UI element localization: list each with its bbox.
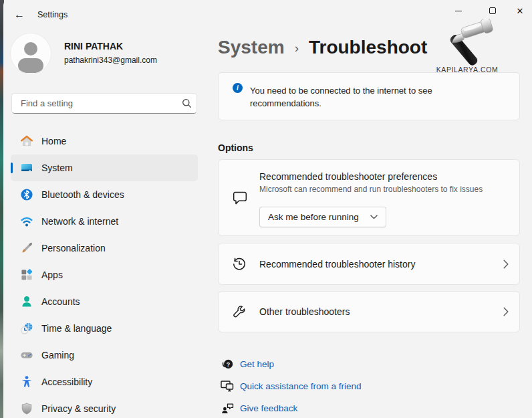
sidebar-item-gaming[interactable]: Gaming	[11, 342, 198, 369]
chat-bubble-icon	[232, 191, 248, 209]
personalization-icon	[20, 241, 33, 255]
breadcrumb-system[interactable]: System	[218, 37, 285, 58]
window-title: Settings	[37, 10, 68, 19]
hammer-logo	[436, 19, 503, 70]
other-troubleshooters-label: Other troubleshooters	[259, 306, 503, 317]
preferences-title: Recommended troubleshooter preferences	[259, 171, 437, 182]
back-button[interactable]: ←	[9, 5, 29, 24]
sidebar-nav: Home System Bluetooth & dev	[11, 128, 198, 418]
close-button[interactable]: ✕	[505, 0, 532, 21]
network-icon	[20, 215, 33, 228]
get-help-icon: ?	[221, 358, 234, 371]
sidebar-item-system[interactable]: System	[11, 154, 198, 181]
history-icon	[232, 257, 247, 272]
sidebar-item-time-language[interactable]: Time & language	[11, 315, 198, 342]
preferences-dropdown[interactable]: Ask me before running	[259, 207, 386, 227]
time-language-icon	[20, 322, 33, 335]
page-title: Troubleshoot	[309, 37, 427, 58]
wrench-icon	[232, 304, 247, 320]
chevron-down-icon	[370, 215, 378, 219]
home-icon	[20, 134, 33, 148]
history-card[interactable]: Recommended troubleshooter history	[218, 243, 520, 285]
quick-assist-icon	[221, 381, 234, 392]
gaming-icon	[20, 348, 33, 362]
avatar[interactable]	[11, 33, 51, 74]
other-troubleshooters-card[interactable]: Other troubleshooters	[218, 291, 520, 332]
accessibility-icon	[20, 375, 33, 389]
avatar-person-icon	[24, 42, 37, 56]
dropdown-selected-value: Ask me before running	[268, 212, 370, 222]
maximize-icon	[489, 7, 496, 14]
quick-assistance-link[interactable]: Quick assistance from a friend	[221, 379, 362, 393]
user-name: RINI PATHAK	[64, 41, 123, 51]
user-email: pathakrini343@gmail.com	[64, 56, 157, 65]
give-feedback-icon	[221, 402, 234, 414]
minimize-icon	[455, 11, 462, 11]
sidebar-item-privacy[interactable]: Privacy & security	[11, 395, 198, 418]
history-label: Recommended troubleshooter history	[259, 259, 503, 270]
privacy-icon	[20, 402, 33, 415]
preferences-subtitle: Microsoft can recommend and run troubles…	[259, 185, 483, 194]
get-help-link[interactable]: ? Get help	[221, 356, 274, 371]
preferences-card: Recommended troubleshooter preferences M…	[218, 159, 520, 236]
give-feedback-link[interactable]: Give feedback	[221, 401, 297, 415]
sidebar-item-home[interactable]: Home	[11, 128, 198, 154]
sidebar-item-accessibility[interactable]: Accessibility	[11, 369, 198, 395]
info-banner-text: You need to be connected to the internet…	[250, 84, 471, 110]
bluetooth-icon	[20, 188, 33, 201]
search-input[interactable]	[12, 98, 176, 108]
chevron-right-icon	[503, 307, 509, 316]
search-icon[interactable]	[176, 98, 196, 108]
info-icon: i	[233, 83, 243, 93]
sidebar-item-apps[interactable]: Apps	[11, 262, 198, 288]
breadcrumb: System › Troubleshoot	[218, 37, 427, 58]
accounts-icon	[20, 295, 33, 308]
search-box[interactable]	[11, 93, 197, 114]
options-heading: Options	[218, 142, 253, 153]
sidebar-item-personalization[interactable]: Personalization	[11, 235, 198, 262]
apps-icon	[20, 268, 33, 282]
chevron-right-icon	[503, 259, 509, 269]
sidebar-item-network[interactable]: Network & internet	[11, 208, 198, 235]
svg-text:?: ?	[226, 360, 230, 367]
sidebar-item-bluetooth[interactable]: Bluetooth & devices	[11, 181, 198, 208]
info-banner: i You need to be connected to the intern…	[218, 72, 520, 120]
breadcrumb-separator-icon: ›	[295, 41, 299, 56]
sidebar-item-accounts[interactable]: Accounts	[11, 288, 198, 315]
selected-accent-bar	[11, 163, 13, 173]
system-icon	[20, 161, 33, 175]
